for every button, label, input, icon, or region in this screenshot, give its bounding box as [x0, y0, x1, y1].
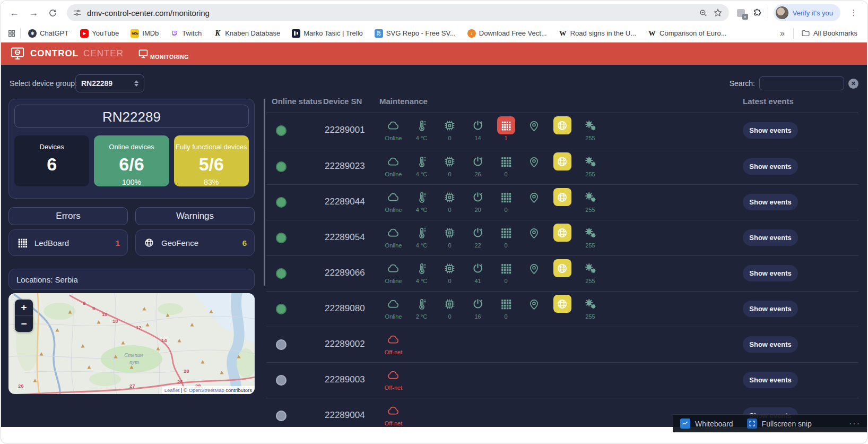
bookmark-item[interactable]: KKnaben Database — [210, 28, 283, 39]
whiteboard-button[interactable]: Whiteboard — [680, 419, 733, 429]
device-sn[interactable]: 22289002 — [325, 339, 365, 349]
chrome-menu-icon[interactable]: ⋮ — [846, 5, 862, 21]
cpu-icon[interactable] — [442, 295, 457, 313]
cloud-offnet-icon[interactable] — [386, 402, 401, 420]
forward-button-icon[interactable]: → — [25, 5, 41, 21]
bookmark-item[interactable]: Twitch — [167, 28, 205, 39]
location-pin-icon[interactable] — [527, 188, 541, 206]
site-settings-icon[interactable] — [73, 8, 82, 17]
leaflet-link[interactable]: Leaflet — [164, 387, 180, 393]
all-bookmarks-button[interactable]: All Bookmarks — [798, 27, 861, 39]
power-restart-icon[interactable] — [471, 152, 485, 170]
bookmark-item[interactable]: WRoad signs in the U... — [555, 28, 639, 39]
gears-config-icon[interactable] — [583, 295, 597, 313]
scrollbar-thumb[interactable] — [264, 99, 265, 286]
cloud-offnet-icon[interactable] — [386, 366, 401, 384]
thermometer-icon[interactable] — [414, 259, 429, 277]
bookmark-item[interactable]: IMDbIMDb — [127, 28, 162, 39]
clear-search-icon[interactable]: ✕ — [848, 79, 858, 89]
cloud-online-icon[interactable] — [386, 116, 401, 134]
cpu-icon[interactable] — [442, 224, 457, 242]
bookmark-item[interactable]: Marko Tasić | Trello — [289, 28, 366, 39]
gears-config-icon[interactable] — [583, 224, 597, 242]
device-sn[interactable]: 22289004 — [325, 410, 365, 421]
fullscreen-snip-button[interactable]: Fullscreen snip — [747, 419, 812, 429]
verify-profile-button[interactable]: Verify it's you — [774, 4, 840, 21]
location-pin-icon[interactable] — [527, 224, 541, 242]
zoom-in-button[interactable]: + — [15, 300, 33, 315]
extensions-puzzle-icon[interactable] — [752, 8, 762, 18]
zoom-out-button[interactable]: − — [15, 316, 33, 332]
gears-config-icon[interactable] — [583, 152, 597, 170]
show-events-button[interactable]: Show events — [743, 265, 798, 281]
ledboard-alert-icon[interactable] — [497, 116, 515, 134]
device-group-select[interactable]: RN22289 — [75, 74, 144, 92]
device-sn[interactable]: 22289054 — [325, 232, 365, 243]
tab-monitoring[interactable]: MONITORING — [137, 48, 189, 59]
back-button-icon[interactable]: ← — [6, 5, 22, 21]
geofence-warning-icon[interactable] — [553, 259, 571, 277]
thermometer-icon[interactable] — [414, 152, 429, 170]
osm-link[interactable]: OpenStreetMap — [189, 387, 224, 393]
cloud-offnet-icon[interactable] — [386, 330, 401, 348]
geofence-warning-icon[interactable] — [553, 152, 571, 170]
bookmark-star-icon[interactable] — [713, 8, 723, 18]
location-pin-icon[interactable] — [527, 295, 541, 313]
thermometer-icon[interactable] — [414, 116, 429, 134]
location-pin-icon[interactable] — [527, 152, 541, 170]
url-bar[interactable]: dmv-control-center.com/monitoring — [67, 4, 729, 21]
power-restart-icon[interactable] — [471, 188, 485, 206]
geofence-warning-icon[interactable] — [553, 116, 571, 134]
search-input[interactable] — [759, 76, 844, 90]
ledboard-icon[interactable] — [499, 295, 513, 313]
device-sn[interactable]: 22289003 — [325, 374, 365, 385]
power-restart-icon[interactable] — [471, 295, 485, 313]
cpu-icon[interactable] — [442, 152, 457, 170]
location-pin-icon[interactable] — [527, 116, 541, 134]
show-events-button[interactable]: Show events — [743, 336, 798, 353]
thermometer-icon[interactable] — [414, 224, 429, 242]
cloud-online-icon[interactable] — [386, 295, 401, 313]
show-events-button[interactable]: Show events — [743, 372, 798, 388]
gears-config-icon[interactable] — [583, 188, 597, 206]
bookmark-item[interactable]: ↓Download Free Vect... — [464, 28, 550, 39]
bookmark-item[interactable]: ∗ChatGPT — [25, 28, 72, 39]
device-sn[interactable]: 22289080 — [325, 303, 365, 314]
bookmark-item[interactable]: REPOSVG Repo - Free SV... — [371, 28, 459, 39]
url-text[interactable]: dmv-control-center.com/monitoring — [87, 8, 693, 18]
cloud-online-icon[interactable] — [386, 259, 401, 277]
show-events-button[interactable]: Show events — [743, 229, 798, 246]
snip-more-button[interactable]: ··· — [849, 419, 861, 429]
app-logo[interactable]: CONTROL CENTER — [10, 46, 124, 61]
ledboard-icon[interactable] — [499, 224, 513, 242]
geofence-warning-icon[interactable] — [553, 188, 571, 206]
power-restart-icon[interactable] — [471, 116, 485, 134]
power-restart-icon[interactable] — [471, 259, 485, 277]
cpu-icon[interactable] — [442, 259, 457, 277]
cloud-online-icon[interactable] — [386, 152, 401, 170]
device-sn[interactable]: 22289023 — [325, 161, 365, 172]
device-sn[interactable]: 22289044 — [325, 197, 365, 207]
cpu-icon[interactable] — [442, 188, 457, 206]
reload-icon[interactable] — [45, 5, 60, 21]
device-sn[interactable]: 22289066 — [325, 268, 365, 278]
thermometer-icon[interactable] — [414, 188, 429, 206]
map[interactable]: 89101012142827282826 Степин пут + − Leaf… — [8, 293, 255, 394]
ledboard-icon[interactable] — [499, 259, 513, 277]
cloud-online-icon[interactable] — [386, 188, 401, 206]
gears-config-icon[interactable] — [583, 259, 597, 277]
thermometer-icon[interactable] — [414, 295, 429, 313]
cpu-icon[interactable] — [442, 116, 457, 134]
geofence-warning-icon[interactable] — [553, 295, 571, 313]
ledboard-icon[interactable] — [499, 188, 513, 206]
show-events-button[interactable]: Show events — [743, 122, 798, 139]
bookmarks-overflow-chevron[interactable]: » — [776, 29, 789, 38]
zoom-indicator-icon[interactable] — [699, 8, 708, 18]
location-pin-icon[interactable] — [527, 259, 541, 277]
gears-config-icon[interactable] — [583, 116, 597, 134]
device-sn[interactable]: 22289001 — [325, 125, 365, 135]
warnings-item-geofence[interactable]: GeoFence 6 — [135, 229, 255, 256]
show-events-button[interactable]: Show events — [743, 158, 798, 175]
cloud-online-icon[interactable] — [386, 224, 401, 242]
geofence-warning-icon[interactable] — [553, 224, 571, 242]
